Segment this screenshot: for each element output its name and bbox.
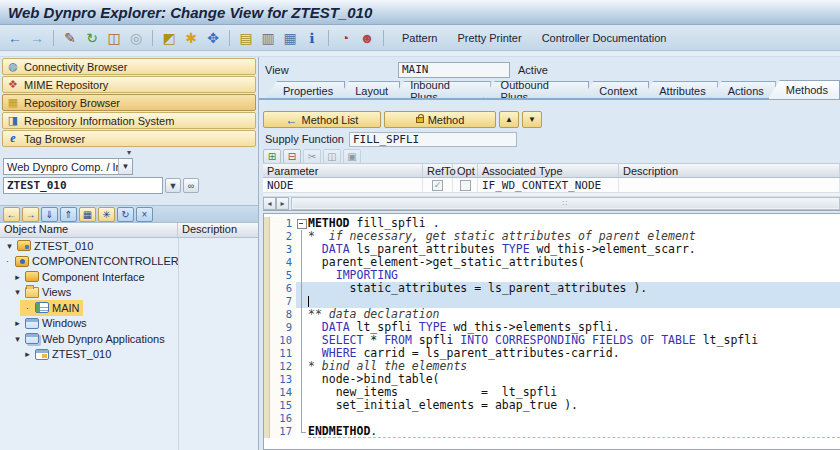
tree-close-icon[interactable]: × — [136, 207, 153, 222]
info-icon[interactable]: ℹ — [302, 28, 322, 48]
display-change-icon[interactable]: ✎ — [60, 28, 80, 48]
param-col-parameter[interactable]: Parameter — [263, 164, 423, 177]
tree-forward-icon[interactable]: → — [22, 207, 39, 222]
tab-context[interactable]: Context — [581, 81, 649, 99]
tree-column-description[interactable]: Description — [178, 223, 258, 237]
back-icon[interactable]: ← — [5, 28, 25, 48]
table-view-icon[interactable]: ▦ — [280, 28, 300, 48]
line-number: 16 — [270, 412, 296, 425]
interface-icon — [25, 271, 39, 282]
tree-column-divider — [178, 238, 179, 450]
activate-icon[interactable]: ◩ — [159, 28, 179, 48]
object-dropdown-button[interactable]: ▼ — [165, 178, 181, 193]
fold-line — [296, 308, 308, 321]
tree-back-icon[interactable]: ← — [3, 207, 20, 222]
tree-expander-icon[interactable]: ▸ — [13, 272, 22, 282]
tree-expander-icon[interactable]: ▾ — [5, 241, 14, 251]
tree-expander-icon[interactable]: ▸ — [23, 349, 32, 359]
scroll-left-button[interactable]: ◂ — [263, 197, 276, 210]
mime-repository-button[interactable]: MIME Repository — [2, 76, 256, 93]
tree-item-ztest-010[interactable]: ▾ZTEST_010 — [0, 238, 258, 254]
tree-expander-icon[interactable]: ▸ — [13, 318, 22, 328]
tab-actions[interactable]: Actions — [710, 81, 776, 99]
runtime-analysis-icon[interactable]: ◔ — [335, 28, 355, 48]
tree-item-windows[interactable]: ▸Windows — [0, 316, 258, 332]
favorites-icon[interactable]: ✳ — [98, 207, 115, 222]
tab-properties[interactable]: Properties — [265, 81, 345, 99]
main-toolbar-icons: ←→✎↻◫◎◩✱✥▤▥▦ℹ◔☻ — [5, 28, 377, 48]
display-glasses-button[interactable]: ∞ — [183, 178, 199, 193]
next-method-button[interactable]: ▼ — [522, 111, 542, 128]
tab-methods[interactable]: Methods — [768, 80, 840, 99]
tree-hierarchy-icon[interactable]: ▦ — [79, 207, 96, 222]
copy-object-icon[interactable]: ◫ — [104, 28, 124, 48]
scroll-right-button[interactable]: ▸ — [276, 197, 289, 210]
line-number: 8 — [270, 308, 296, 321]
object-input-buttons: ▼∞ — [163, 178, 199, 193]
user-settings-icon[interactable]: ☻ — [357, 28, 377, 48]
test-icon[interactable]: ✱ — [181, 28, 201, 48]
code-line-17[interactable]: 17ENDMETHOD. — [264, 425, 840, 438]
line-number: 4 — [270, 256, 296, 269]
refresh-object-icon[interactable]: ↻ — [82, 28, 102, 48]
opt-checkbox[interactable] — [460, 180, 471, 191]
method-button[interactable]: Method — [384, 111, 496, 128]
repository-browser-button[interactable]: Repository Browser — [2, 94, 256, 111]
controller-documentation-button[interactable]: Controller Documentation — [534, 30, 675, 46]
tree-item-ztest-010[interactable]: ▸ZTEST_010 — [0, 347, 258, 363]
tree-refresh-icon[interactable]: ↻ — [117, 207, 134, 222]
scrollbar-thumb[interactable]: ∷ — [293, 199, 838, 208]
insert-row-icon[interactable]: ⊞ — [263, 149, 281, 164]
forward-icon[interactable]: → — [27, 28, 47, 48]
refto-checkbox[interactable]: ✓ — [432, 180, 443, 191]
tab-attributes[interactable]: Attributes — [641, 81, 717, 99]
tree-item-name-cell: ▾ZTEST_010 — [0, 238, 178, 254]
previous-method-button[interactable]: ▲ — [499, 111, 519, 128]
tree-item-views[interactable]: ▾Views — [0, 285, 258, 301]
connectivity-browser-button[interactable]: Connectivity Browser — [2, 58, 256, 75]
pretty-printer-button[interactable]: Pretty Printer — [449, 30, 529, 46]
category-select[interactable]: Web Dynpro Comp. / Intf. ▼ — [3, 158, 133, 175]
view-name-input[interactable]: MAIN — [398, 62, 510, 78]
param-col-opt[interactable]: Opt — [453, 164, 478, 177]
tag-browser-button[interactable]: Tag Browser — [2, 130, 256, 147]
tree-item-body: ▸ZTEST_010 — [20, 347, 114, 363]
tree-item-label: ZTEST_010 — [52, 348, 111, 360]
code-line-15[interactable]: 15 set_initial_elements = abap_true ). — [264, 399, 840, 412]
code-line-6[interactable]: 6 static_attributes = ls_parent_attribut… — [264, 282, 840, 295]
delete-row-icon[interactable]: ⊟ — [283, 149, 301, 164]
tree-item-component-interface[interactable]: ▸Component Interface — [0, 269, 258, 285]
tree-item-main[interactable]: ·MAIN — [0, 300, 258, 316]
split-handle[interactable]: ▾ — [0, 148, 258, 156]
tab-outbound-plugs[interactable]: Outbound Plugs — [483, 81, 590, 99]
tab-inbound-plugs[interactable]: Inbound Plugs — [392, 81, 490, 99]
param-col-refto[interactable]: RefTo — [423, 164, 453, 177]
tree-item-web-dynpro-applications[interactable]: ▾Web Dynpro Applications — [0, 331, 258, 347]
object-name-input[interactable]: ZTEST_010 — [3, 177, 163, 194]
scrollbar-track[interactable]: ∷ — [291, 197, 840, 210]
expand-all-icon[interactable]: ⇑ — [60, 207, 77, 222]
component-icon — [17, 240, 31, 251]
tree-item-componentcontroller[interactable]: ·COMPONENTCONTROLLER — [0, 254, 258, 270]
param-col-associated-type[interactable]: Associated Type — [478, 164, 619, 177]
supply-function-input[interactable]: FILL_SPFLI — [349, 132, 517, 147]
controller-icon — [15, 256, 29, 267]
tree-expander-icon[interactable]: ▾ — [13, 287, 22, 297]
tree-column-object-name[interactable]: Object Name — [0, 223, 178, 237]
stack-view-icon[interactable]: ▥ — [258, 28, 278, 48]
param-col-description[interactable]: Description — [619, 164, 840, 177]
tree-item-body: ·MAIN — [20, 300, 83, 316]
pattern-button[interactable]: Pattern — [394, 30, 445, 46]
abap-editor[interactable]: 1METHOD fill_spfli .2* if necessary, get… — [263, 213, 840, 450]
navigate-icon[interactable]: ✥ — [203, 28, 223, 48]
method-list-button[interactable]: ← Method List — [263, 111, 381, 128]
tab-layout[interactable]: Layout — [337, 81, 400, 99]
collapse-all-icon[interactable]: ⇓ — [41, 207, 58, 222]
chevron-down-icon[interactable]: ▼ — [118, 159, 132, 174]
fold-collapse-icon[interactable] — [296, 217, 308, 230]
spiral-icon[interactable]: ◎ — [126, 28, 146, 48]
repository-information-system-button[interactable]: Repository Information System — [2, 112, 256, 129]
tree-expander-icon[interactable]: ▾ — [13, 334, 22, 344]
object-list-icon[interactable]: ▤ — [236, 28, 256, 48]
parameter-row[interactable]: NODE✓IF_WD_CONTEXT_NODE — [263, 178, 840, 193]
